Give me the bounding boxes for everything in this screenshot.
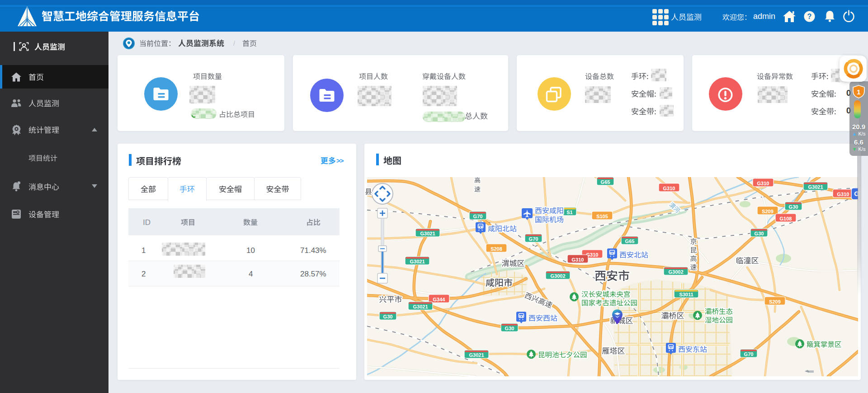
svg-text:G344: G344 <box>433 297 446 302</box>
svg-text:G310: G310 <box>757 181 769 186</box>
svg-text:G3021: G3021 <box>420 231 435 236</box>
svg-text:G3002: G3002 <box>550 273 565 279</box>
svg-text:G30: G30 <box>789 204 798 210</box>
svg-text:?: ? <box>807 13 812 20</box>
svg-text:S209: S209 <box>769 299 781 304</box>
svg-text:G70: G70 <box>473 214 483 219</box>
svg-text:G310: G310 <box>837 192 849 197</box>
svg-text:G3021: G3021 <box>410 259 425 264</box>
svg-text:G3021: G3021 <box>469 352 484 358</box>
svg-text:G65: G65 <box>625 239 635 244</box>
svg-text:S209: S209 <box>762 209 774 214</box>
svg-text:G65: G65 <box>601 179 610 185</box>
svg-text:1: 1 <box>857 88 860 96</box>
svg-text:G30: G30 <box>383 314 393 319</box>
svg-text:S1: S1 <box>566 210 572 215</box>
svg-text:G3021: G3021 <box>413 304 428 309</box>
svg-text:G108: G108 <box>780 216 792 221</box>
svg-text:G3002: G3002 <box>668 269 683 275</box>
svg-text:S208: S208 <box>491 246 502 252</box>
svg-text:G30: G30 <box>505 326 514 331</box>
svg-text:S105: S105 <box>596 214 608 219</box>
svg-text:G310: G310 <box>572 257 584 262</box>
svg-text:G70: G70 <box>744 351 754 357</box>
svg-text:S3011: S3011 <box>679 292 693 297</box>
svg-text:G30: G30 <box>755 231 764 236</box>
svg-text:G3021: G3021 <box>808 184 823 190</box>
svg-text:G310: G310 <box>663 186 675 191</box>
svg-text:G70: G70 <box>529 236 538 242</box>
